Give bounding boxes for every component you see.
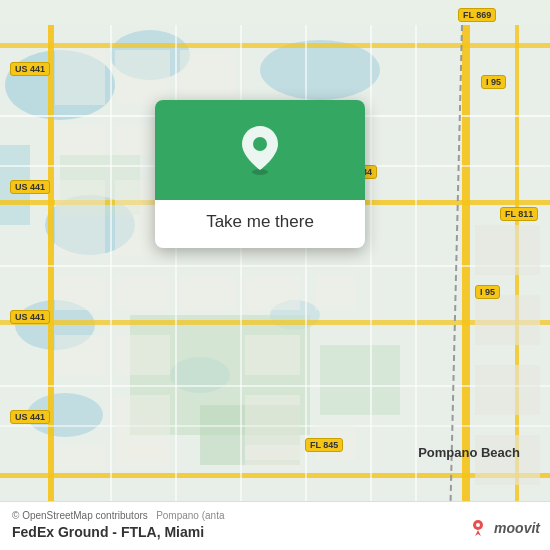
svg-rect-34 xyxy=(115,50,170,105)
popup-header xyxy=(155,100,365,200)
road-badge-us441-3: US 441 xyxy=(10,310,50,324)
svg-rect-33 xyxy=(55,50,105,105)
svg-rect-60 xyxy=(475,365,540,415)
moovit-logo: moovit xyxy=(466,516,540,540)
pompano-sub-text: Pompano (anta xyxy=(156,510,224,521)
attribution-text: © OpenStreetMap contributors xyxy=(12,510,148,521)
svg-rect-26 xyxy=(110,25,112,525)
svg-rect-36 xyxy=(55,125,105,155)
moovit-icon xyxy=(466,516,490,540)
location-popup: Take me there xyxy=(155,100,365,248)
pompano-beach-label: Pompano Beach xyxy=(418,445,520,460)
svg-rect-46 xyxy=(180,275,235,310)
svg-rect-20 xyxy=(0,473,550,478)
bottom-bar: © OpenStreetMap contributors Pompano (an… xyxy=(0,501,550,550)
svg-rect-59 xyxy=(475,295,540,345)
road-badge-us441-2: US 441 xyxy=(10,180,50,194)
svg-rect-44 xyxy=(55,275,105,310)
road-badge-fl869: FL 869 xyxy=(458,8,496,22)
svg-rect-35 xyxy=(180,50,235,105)
svg-rect-17 xyxy=(0,43,550,48)
svg-point-66 xyxy=(476,523,480,527)
svg-rect-40 xyxy=(55,180,105,255)
location-pin-icon xyxy=(238,124,282,176)
svg-rect-47 xyxy=(245,275,300,310)
svg-point-63 xyxy=(253,137,267,151)
svg-rect-24 xyxy=(0,385,550,387)
map-background xyxy=(0,0,550,550)
road-badge-i95-top: I 95 xyxy=(481,75,506,89)
map-container: US 441 US 441 US 441 US 441 834 I 95 I 9… xyxy=(0,0,550,550)
road-badge-fl811: FL 811 xyxy=(500,207,538,221)
road-badge-us441-4: US 441 xyxy=(10,410,50,424)
road-badge-fl845: FL 845 xyxy=(305,438,343,452)
location-title: FedEx Ground - FTLA, Miami xyxy=(12,524,538,540)
svg-rect-50 xyxy=(115,335,170,375)
svg-rect-48 xyxy=(315,275,355,310)
svg-rect-45 xyxy=(115,275,170,310)
moovit-label: moovit xyxy=(494,520,540,536)
svg-rect-49 xyxy=(55,335,105,375)
road-badge-us441-1: US 441 xyxy=(10,62,50,76)
svg-rect-55 xyxy=(55,445,105,470)
road-badge-i95-mid: I 95 xyxy=(475,285,500,299)
svg-point-3 xyxy=(260,40,380,100)
map-attribution: © OpenStreetMap contributors Pompano (an… xyxy=(12,510,538,521)
svg-rect-51 xyxy=(245,335,300,375)
svg-rect-12 xyxy=(320,345,400,415)
svg-rect-30 xyxy=(370,25,372,525)
svg-rect-56 xyxy=(115,445,170,470)
svg-rect-31 xyxy=(415,25,417,525)
svg-rect-57 xyxy=(245,445,300,470)
svg-rect-14 xyxy=(48,25,54,525)
svg-rect-19 xyxy=(0,320,550,325)
svg-rect-58 xyxy=(475,225,540,275)
svg-rect-61 xyxy=(475,435,540,485)
svg-rect-23 xyxy=(0,265,550,267)
take-me-there-button[interactable]: Take me there xyxy=(155,200,365,248)
